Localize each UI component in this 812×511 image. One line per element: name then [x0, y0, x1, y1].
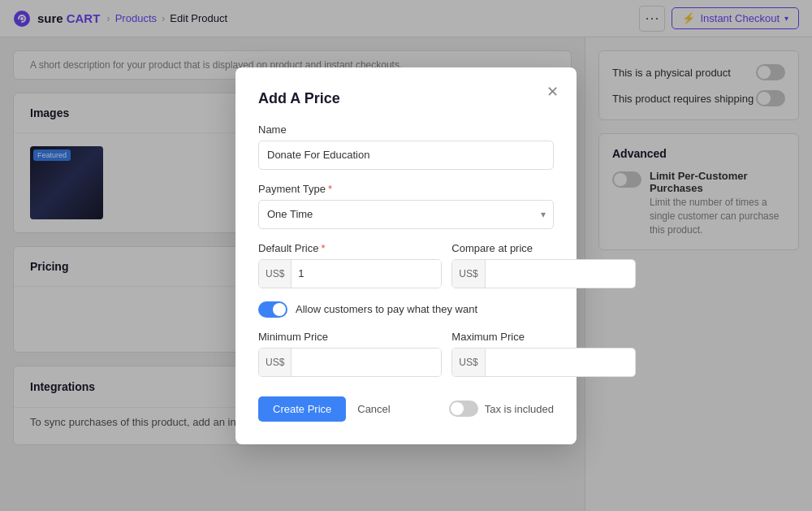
modal-close-button[interactable]: ✕: [541, 80, 564, 103]
minimum-price-input[interactable]: [292, 349, 441, 376]
cancel-button[interactable]: Cancel: [354, 396, 393, 422]
maximum-price-input[interactable]: [486, 349, 635, 376]
required-star: *: [328, 183, 332, 195]
tax-toggle-row: Tax is included: [449, 401, 554, 417]
compare-at-currency: US$: [452, 260, 485, 288]
maximum-price-input-wrapper: US$: [451, 348, 635, 377]
payment-type-select-wrapper: One Time Subscription Payment Plan ▾: [258, 200, 554, 229]
tax-included-label: Tax is included: [485, 403, 554, 415]
payment-type-select[interactable]: One Time Subscription Payment Plan: [258, 200, 554, 229]
payment-type-form-group: Payment Type * One Time Subscription Pay…: [258, 183, 554, 229]
default-price-input-wrapper: US$: [258, 259, 442, 288]
default-price-form-group: Default Price * US$: [258, 242, 442, 288]
required-star-2: *: [321, 242, 325, 254]
allow-customers-toggle-row: Allow customers to pay what they want: [258, 301, 554, 318]
name-form-group: Name: [258, 123, 554, 170]
add-price-modal: ✕ Add A Price Name Payment Type * One Ti…: [235, 67, 577, 444]
modal-title: Add A Price: [258, 90, 554, 107]
allow-customers-toggle[interactable]: [258, 301, 287, 318]
compare-at-price-input-wrapper: US$: [451, 259, 635, 288]
minimum-price-form-group: Minimum Price US$: [258, 331, 442, 377]
default-price-label: Default Price *: [258, 242, 442, 254]
name-input[interactable]: [258, 141, 554, 170]
min-max-price-row: Minimum Price US$ Maximum Price US$: [258, 331, 554, 390]
minimum-price-input-wrapper: US$: [258, 348, 442, 377]
tax-included-toggle[interactable]: [449, 401, 478, 417]
create-price-button[interactable]: Create Price: [258, 396, 346, 422]
maximum-price-label: Maximum Price: [451, 331, 635, 343]
payment-type-label: Payment Type *: [258, 183, 554, 195]
maximum-price-form-group: Maximum Price US$: [451, 331, 635, 377]
min-price-currency: US$: [259, 349, 292, 376]
compare-at-price-input[interactable]: [486, 260, 635, 288]
price-row: Default Price * US$ Compare at price US$: [258, 242, 554, 301]
modal-footer: Create Price Cancel Tax is included: [258, 396, 554, 422]
max-price-currency: US$: [452, 349, 485, 376]
compare-at-price-label: Compare at price: [451, 242, 635, 254]
minimum-price-label: Minimum Price: [258, 331, 442, 343]
allow-customers-label: Allow customers to pay what they want: [296, 303, 477, 315]
compare-at-price-form-group: Compare at price US$: [451, 242, 635, 288]
modal-overlay: ✕ Add A Price Name Payment Type * One Ti…: [0, 0, 812, 511]
name-label: Name: [258, 123, 554, 136]
default-price-currency: US$: [259, 260, 292, 288]
default-price-input[interactable]: [292, 260, 441, 288]
